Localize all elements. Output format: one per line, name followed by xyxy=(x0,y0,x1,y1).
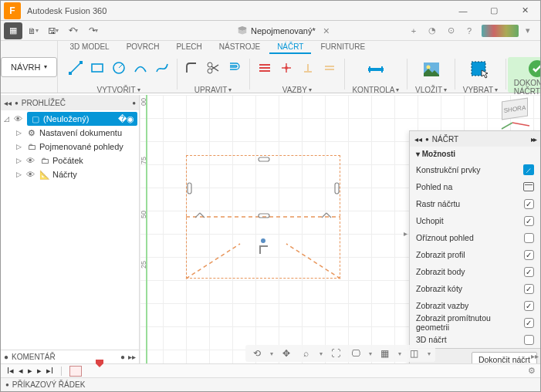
sketch-option-row[interactable]: Zobrazit profil xyxy=(410,246,540,263)
sketch-option-row[interactable]: Uchopit xyxy=(410,212,540,229)
notifications-button[interactable]: ⊙ xyxy=(441,22,460,39)
svg-rect-28 xyxy=(335,183,339,194)
svg-rect-1 xyxy=(79,61,83,64)
timeline-play[interactable]: ▸ xyxy=(28,366,32,376)
tree-item[interactable]: ▷⚙Nastavení dokumentu xyxy=(2,126,137,140)
workspace-tab[interactable]: NÁČRT xyxy=(269,41,311,54)
tree-item[interactable]: ▷🗀Pojmenované pohledy xyxy=(2,140,137,154)
sketch-panel-header[interactable]: ◂◂●NÁČRT ▸▸ xyxy=(410,131,540,147)
workspace-tab[interactable]: POVRCH xyxy=(119,41,167,54)
ruler-tick: 75 xyxy=(140,157,147,164)
timeline-marker[interactable] xyxy=(96,360,103,367)
display-tool[interactable]: 🖵 xyxy=(349,346,363,360)
inspect-button[interactable]: KONTROLA▾ xyxy=(346,57,405,94)
trim-tool[interactable] xyxy=(205,59,221,76)
undo-button[interactable]: ↶▾ xyxy=(64,22,83,39)
tree-root-node[interactable]: ▢(Neuložený) �◉ xyxy=(27,112,137,126)
command-line[interactable]: ●PŘÍKAZOVÝ ŘÁDEK xyxy=(1,377,540,391)
sketch-option-row[interactable]: Pohled na xyxy=(410,178,540,195)
finish-sketch-button[interactable]: DOKONČIT NÁČRT▾ xyxy=(508,57,541,93)
tab-close-button[interactable]: × xyxy=(323,25,330,37)
constraints-label[interactable]: VAZBY▾ xyxy=(282,86,312,94)
svg-rect-2 xyxy=(92,64,103,72)
sketch-option-row[interactable]: Konstrukční prvky⟋ xyxy=(410,161,540,178)
fillet-tool[interactable] xyxy=(183,59,200,76)
new-tab-button[interactable]: + xyxy=(404,22,423,39)
timeline-settings[interactable]: ⚙ xyxy=(528,366,536,376)
workspace-tab[interactable]: NÁSTROJE xyxy=(211,41,268,54)
svg-point-12 xyxy=(285,66,288,69)
options-section[interactable]: ▾ Možnosti xyxy=(410,147,540,161)
fit-tool[interactable]: ⛶ xyxy=(329,346,343,360)
select-button[interactable]: VYBRAT▾ xyxy=(457,57,504,94)
zoom-tool[interactable]: ⌕ xyxy=(299,346,313,360)
create-label[interactable]: VYTVOŘIT▾ xyxy=(97,86,140,94)
timeline-prev[interactable]: ◂ xyxy=(19,366,23,376)
sketch-option-row[interactable]: Oříznout pohled xyxy=(410,229,540,246)
sketch-option-row[interactable]: Zobrazit body xyxy=(410,263,540,280)
file-menu[interactable]: 🗎▾ xyxy=(24,22,42,39)
modify-label[interactable]: UPRAVIT▾ xyxy=(194,86,232,94)
extensions-button[interactable]: ◔ xyxy=(423,22,441,39)
coincident-constraint[interactable] xyxy=(278,59,295,76)
browser-header[interactable]: ◂◂●PROHLÍŽEČ ● xyxy=(1,95,139,110)
workspace-switcher[interactable]: NÁVRH▾ xyxy=(1,57,57,77)
timeline-end[interactable]: ▸I xyxy=(46,366,53,376)
insert-button[interactable]: VLOŽIT▾ xyxy=(409,57,453,94)
tree-item[interactable]: ▷👁📐Náčrty xyxy=(2,167,137,181)
sketch-option-row[interactable]: Rastr náčrtu xyxy=(410,195,540,212)
redo-button[interactable]: ↷▾ xyxy=(84,22,103,39)
spline-tool[interactable] xyxy=(154,59,171,76)
minimize-button[interactable]: — xyxy=(448,1,478,21)
offset-tool[interactable] xyxy=(226,59,243,76)
svg-rect-27 xyxy=(188,183,191,194)
equal-constraint[interactable] xyxy=(321,59,338,76)
account-menu[interactable]: ▾ xyxy=(519,22,537,39)
data-panel-button[interactable]: ▦ xyxy=(4,22,22,39)
finish-sketch-panel-button[interactable]: Dokončit náčrt xyxy=(472,352,537,363)
close-button[interactable]: ✕ xyxy=(509,1,540,21)
rectangle-tool[interactable] xyxy=(89,59,106,76)
visibility-toggle[interactable]: 👁 xyxy=(14,114,25,123)
viewport-tool[interactable]: ◫ xyxy=(407,346,421,360)
sketch-geometry[interactable] xyxy=(186,155,340,286)
workspace-tab[interactable]: 3D MODEL xyxy=(63,41,117,54)
help-button[interactable]: ? xyxy=(460,22,478,39)
orbit-tool[interactable]: ⟲ xyxy=(250,346,264,360)
circle-tool[interactable] xyxy=(110,59,127,76)
perpendicular-constraint[interactable] xyxy=(299,59,316,76)
ruler-tick: 00 xyxy=(140,98,147,106)
workspace-tab[interactable]: FURNITURE xyxy=(313,41,373,54)
canvas[interactable]: 00 75 50 25 SHORA xyxy=(140,95,540,363)
horizontal-constraint[interactable] xyxy=(256,59,273,76)
sketch-options-panel: ◂◂●NÁČRT ▸▸ ▾ Možnosti Konstrukční prvky… xyxy=(409,130,540,363)
sketch-option-row[interactable]: Zobrazit kóty xyxy=(410,280,540,297)
svg-rect-0 xyxy=(69,72,72,75)
sketch-option-row[interactable]: Zobrazit vazby xyxy=(410,297,540,314)
grid-display-tool[interactable]: ▦ xyxy=(378,346,392,360)
ruler-tick: 50 xyxy=(140,211,147,218)
app-icon: F xyxy=(4,2,21,19)
account-badge[interactable] xyxy=(482,25,519,37)
maximize-button[interactable]: ▢ xyxy=(478,1,509,21)
timeline-sketch-feature[interactable] xyxy=(69,366,82,377)
modify-group: UPRAVIT▾ xyxy=(178,57,248,94)
sketch-origin[interactable] xyxy=(261,238,265,243)
pan-tool[interactable]: ✥ xyxy=(279,346,293,360)
document-tab[interactable]: Nepojmenovaný* × xyxy=(228,21,339,41)
arc-tool[interactable] xyxy=(132,59,149,76)
view-cube[interactable]: SHORA xyxy=(502,100,533,130)
timeline-start[interactable]: I◂ xyxy=(7,366,14,376)
tree-item[interactable]: ▷👁🗀Počátek xyxy=(2,154,137,167)
comments-header[interactable]: ●KOMENTÁŘ ●▸▸ xyxy=(1,350,139,363)
constraints-group: VAZBY▾ xyxy=(252,57,343,94)
timeline: I◂ ◂ ▸ ▸ ▸I xyxy=(1,363,540,377)
sketch-option-row[interactable]: Zobrazit promítnutou geometrii xyxy=(410,314,540,331)
svg-line-24 xyxy=(286,244,340,279)
timeline-next[interactable]: ▸ xyxy=(37,366,42,376)
save-button[interactable]: 🖫▾ xyxy=(44,22,63,39)
tree-expand-root[interactable]: ◿ xyxy=(4,115,12,123)
create-group: VYTVOŘIT▾ xyxy=(63,57,175,94)
line-tool[interactable] xyxy=(67,59,84,76)
workspace-tab[interactable]: PLECH xyxy=(168,41,209,54)
